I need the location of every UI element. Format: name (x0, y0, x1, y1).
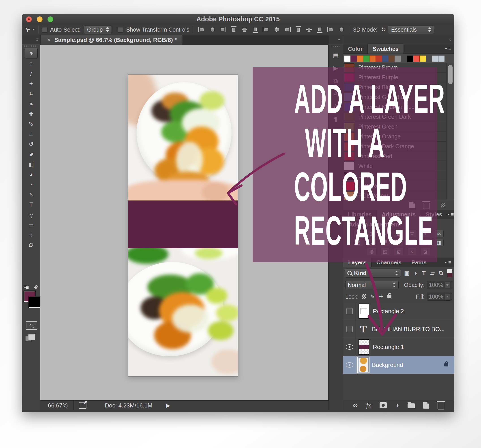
swatch-chip[interactable] (395, 56, 401, 62)
quick-mask-button[interactable] (26, 321, 37, 330)
distribute-horizontal-spacing[interactable] (327, 26, 334, 33)
tool-preset-caret-icon[interactable] (32, 29, 35, 30)
fill-value-box[interactable]: 100% (427, 293, 452, 301)
swatch-list-item[interactable]: Pinterest Dark Orange (343, 142, 446, 152)
type-tool[interactable]: T (25, 200, 38, 210)
zoom-window-button[interactable] (47, 16, 53, 22)
align-horizontal-centers[interactable] (241, 26, 248, 33)
layer-thumbnail[interactable] (359, 339, 369, 355)
swatch-list-item[interactable]: Pinterest Purple (343, 73, 446, 83)
tab-styles[interactable]: Styles (421, 210, 447, 219)
tab-libraries[interactable]: Libraries (343, 210, 377, 219)
actions-icon[interactable]: ▶ (333, 65, 338, 72)
workspace-dropdown[interactable]: Essentials (388, 25, 434, 34)
clone-stamp-tool[interactable]: ⊥ (25, 129, 38, 139)
rectangle-tool[interactable]: ▭ (25, 220, 38, 230)
new-layer-icon[interactable] (423, 402, 429, 409)
visibility-cell[interactable] (343, 302, 356, 320)
layer-name[interactable]: Background (372, 362, 403, 368)
photo-filter-adjustment-icon[interactable]: ◒ (367, 239, 376, 246)
eraser-tool[interactable]: ▰ (25, 149, 38, 159)
close-window-button[interactable] (26, 16, 32, 22)
eye-icon[interactable] (346, 362, 353, 368)
character-icon[interactable]: A (334, 103, 338, 110)
swatch-chip[interactable] (438, 56, 444, 62)
layer-row[interactable]: Background (343, 356, 454, 374)
minimize-window-button[interactable] (37, 16, 43, 22)
distribute-horizontal-centers[interactable] (306, 26, 312, 33)
swatch-chip[interactable] (388, 56, 394, 62)
swatch-list-item[interactable]: Pinterest Blue (343, 83, 446, 92)
auto-select-checkbox[interactable] (42, 27, 47, 32)
layer-thumbnail[interactable] (359, 304, 369, 319)
vibrance-adjustment-icon[interactable]: ▽ (407, 230, 417, 237)
blur-tool[interactable]: ◕ (25, 169, 38, 179)
swap-colors-icon[interactable]: ⇄ (32, 283, 39, 290)
new-swatch-icon[interactable] (409, 202, 415, 208)
exposure-adjustment-icon[interactable]: ◧ (394, 230, 403, 237)
hidden-visibility-box[interactable] (346, 308, 353, 314)
delete-swatch-icon[interactable] (423, 203, 429, 209)
paragraph-icon[interactable]: ¶ (334, 116, 337, 123)
color-lookup-adjustment-icon[interactable]: ⊡ (394, 239, 403, 246)
gradient-adjustment-icon[interactable]: ◪ (421, 248, 430, 255)
color-balance-adjustment-icon[interactable]: ⚖ (434, 230, 443, 237)
share-icon[interactable] (79, 402, 86, 409)
clone-source-icon[interactable]: ⧉ (334, 77, 338, 84)
panel-menu-icon[interactable]: ≡ (447, 211, 454, 218)
hand-tool[interactable]: ☞ (25, 230, 38, 240)
distribute-left-edges[interactable] (295, 26, 302, 33)
panel-menu-icon[interactable]: ≡ (445, 46, 451, 52)
adjustment-layer-filter[interactable]: ◑ (412, 270, 419, 276)
pixel-layer-filter[interactable]: ▣ (403, 270, 411, 276)
swatch-list-item[interactable]: Pinterest Orange (343, 132, 446, 142)
title-bar[interactable]: Adobe Photoshop CC 2015 (22, 14, 454, 24)
swatch-chip[interactable] (432, 56, 438, 62)
solid-color-adjustment-icon[interactable]: ⧅ (407, 248, 417, 255)
distribute-right-edges[interactable] (316, 26, 323, 33)
selective-color-adjustment-icon[interactable]: ▨ (380, 248, 390, 255)
dodge-tool[interactable]: ◔ (25, 179, 38, 190)
group-icon[interactable] (407, 403, 415, 408)
zoom-tool[interactable]: Ϙ (25, 240, 38, 250)
brush-settings-icon[interactable]: ✐ (333, 90, 338, 97)
tab-layers[interactable]: Layers (343, 258, 371, 267)
panel-menu-icon[interactable]: ≡ (445, 259, 451, 266)
layer-name[interactable]: BRAZILIAN BURRITO BO... (372, 326, 445, 333)
colored-rectangle-layer[interactable] (128, 200, 238, 248)
hue-saturation-adjustment-icon[interactable]: ◐ (421, 230, 430, 237)
status-options-arrow-icon[interactable]: ▶ (166, 402, 170, 409)
swatch-list-item[interactable]: Pinterest Brown (343, 63, 446, 73)
collapse-dock-icon[interactable]: « (338, 37, 341, 42)
swatch-list-item[interactable]: RGB Red (343, 181, 446, 191)
lock-position-icon[interactable]: ✛ (379, 293, 383, 300)
invert-adjustment-icon[interactable]: ◓ (407, 239, 417, 246)
panel-grip[interactable] (332, 46, 340, 47)
visibility-cell[interactable] (343, 320, 356, 338)
swatch-chip[interactable] (376, 56, 382, 62)
zoom-level[interactable]: 66.67% (48, 402, 68, 409)
tab-channels[interactable]: Channels (371, 258, 407, 267)
black-white-adjustment-icon[interactable]: ◩ (353, 239, 363, 246)
screen-mode-button[interactable] (26, 334, 37, 343)
trash-icon[interactable] (437, 403, 444, 410)
swatch-scrollbar[interactable] (446, 63, 454, 200)
align-bottom-edges[interactable] (220, 26, 226, 33)
lock-all-icon[interactable] (387, 295, 391, 298)
swatch-list-item[interactable]: RGB Yellow (343, 191, 446, 200)
background-color-swatch[interactable] (29, 296, 40, 308)
layer-name[interactable]: Rectangle 2 (373, 308, 404, 315)
opacity-value-box[interactable]: 100% (427, 281, 452, 289)
align-right-edges[interactable] (252, 26, 259, 33)
move-tool-icon[interactable]: ➤ (23, 25, 31, 34)
swatch-chip[interactable] (351, 56, 357, 62)
panel-resize-grip[interactable] (441, 203, 445, 207)
swatch-list-item[interactable]: Pinterest Grey Blue (343, 92, 446, 102)
posterize-adjustment-icon[interactable]: ▚ (421, 239, 430, 246)
type-layer-filter[interactable]: T (420, 270, 428, 276)
magic-wand-tool[interactable]: ✦ (25, 79, 38, 89)
document-canvas[interactable] (128, 75, 238, 376)
mask-icon[interactable] (380, 402, 387, 408)
gradient-tool[interactable]: ◧ (25, 159, 38, 169)
shape-layer-filter[interactable]: ▱ (428, 270, 436, 276)
